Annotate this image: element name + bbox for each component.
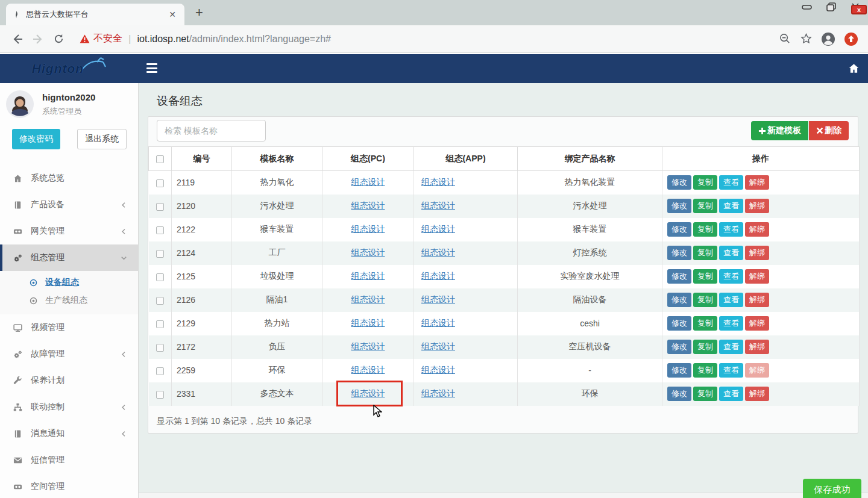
action-查看-button[interactable]: 查看 (719, 387, 743, 401)
zoom-out-icon[interactable] (779, 33, 791, 45)
action-复制-button[interactable]: 复制 (693, 316, 717, 331)
config-app-link[interactable]: 组态设计 (421, 318, 455, 328)
config-pc-link[interactable]: 组态设计 (351, 388, 385, 398)
sidebar-item-系统总览[interactable]: 系统总览 (0, 165, 138, 191)
action-复制-button[interactable]: 复制 (693, 222, 717, 237)
sidebar-item-保养计划[interactable]: 保养计划 (0, 367, 138, 394)
row-checkbox[interactable] (149, 171, 172, 195)
logout-button[interactable]: 退出系统 (77, 129, 127, 149)
config-app-link[interactable]: 组态设计 (421, 271, 455, 281)
select-all-checkbox[interactable] (149, 147, 172, 171)
action-复制-button[interactable]: 复制 (693, 363, 717, 378)
sidebar-item-空间管理[interactable]: 空间管理 (0, 473, 138, 498)
action-查看-button[interactable]: 查看 (719, 340, 743, 354)
home-icon[interactable] (848, 63, 860, 74)
sidebar-item-组态管理[interactable]: 组态管理 (0, 244, 138, 271)
config-pc-link[interactable]: 组态设计 (351, 201, 385, 210)
row-checkbox[interactable] (149, 265, 172, 288)
back-icon[interactable] (7, 29, 28, 49)
action-修改-button[interactable]: 修改 (667, 363, 691, 378)
new-template-button[interactable]: 新建模板 (751, 121, 808, 140)
action-修改-button[interactable]: 修改 (667, 222, 691, 237)
action-修改-button[interactable]: 修改 (667, 246, 691, 260)
config-app-link[interactable]: 组态设计 (421, 294, 455, 304)
action-修改-button[interactable]: 修改 (667, 387, 691, 401)
action-复制-button[interactable]: 复制 (693, 340, 717, 354)
action-解绑-button[interactable]: 解绑 (745, 222, 769, 237)
action-查看-button[interactable]: 查看 (719, 175, 743, 190)
config-pc-link[interactable]: 组态设计 (351, 224, 385, 234)
action-修改-button[interactable]: 修改 (667, 340, 691, 354)
sidebar-item-消息通知[interactable]: 消息通知 (0, 420, 138, 447)
close-button[interactable]: x (848, 1, 863, 13)
config-app-link[interactable]: 组态设计 (421, 201, 455, 210)
row-checkbox[interactable] (149, 335, 172, 359)
sidebar-item-故障管理[interactable]: 故障管理 (0, 341, 138, 367)
url-field[interactable]: 不安全 | iot.idosp.net /admin/index.html?la… (80, 33, 779, 45)
submenu-item-设备组态[interactable]: 设备组态 (0, 273, 138, 291)
config-pc-link[interactable]: 组态设计 (351, 318, 385, 328)
config-pc-link[interactable]: 组态设计 (351, 271, 385, 281)
search-input[interactable] (157, 120, 266, 142)
config-app-link[interactable]: 组态设计 (421, 247, 455, 257)
action-复制-button[interactable]: 复制 (693, 387, 717, 401)
row-checkbox[interactable] (149, 359, 172, 382)
sidebar-item-短信管理[interactable]: 短信管理 (0, 447, 138, 473)
config-pc-link[interactable]: 组态设计 (351, 341, 385, 351)
row-checkbox[interactable] (149, 312, 172, 335)
sidebar-item-联动控制[interactable]: 联动控制 (0, 394, 138, 420)
config-app-link[interactable]: 组态设计 (421, 224, 455, 234)
new-tab-button[interactable]: + (195, 6, 203, 19)
column-header[interactable]: 组态(APP) (414, 147, 518, 171)
sidebar-toggle-icon[interactable] (146, 63, 157, 73)
forward-icon[interactable] (28, 29, 48, 49)
bookmark-star-icon[interactable] (800, 33, 813, 45)
action-修改-button[interactable]: 修改 (667, 269, 691, 284)
column-header[interactable]: 模板名称 (232, 147, 322, 171)
sidebar-item-产品设备[interactable]: 产品设备 (0, 191, 138, 218)
action-查看-button[interactable]: 查看 (719, 269, 743, 284)
action-复制-button[interactable]: 复制 (693, 199, 717, 213)
config-app-link[interactable]: 组态设计 (421, 177, 455, 187)
action-修改-button[interactable]: 修改 (667, 316, 691, 331)
config-app-link[interactable]: 组态设计 (421, 388, 455, 398)
row-checkbox[interactable] (149, 241, 172, 265)
action-解绑-button[interactable]: 解绑 (745, 246, 769, 260)
config-pc-link[interactable]: 组态设计 (351, 247, 385, 257)
security-warning-label[interactable]: 不安全 (93, 33, 122, 45)
action-修改-button[interactable]: 修改 (667, 199, 691, 213)
config-pc-link[interactable]: 组态设计 (351, 365, 385, 375)
row-checkbox[interactable] (149, 195, 172, 218)
column-header[interactable]: 编号 (172, 147, 232, 171)
action-查看-button[interactable]: 查看 (719, 199, 743, 213)
config-pc-link[interactable]: 组态设计 (351, 294, 385, 304)
action-解绑-button[interactable]: 解绑 (745, 269, 769, 284)
action-解绑-button[interactable]: 解绑 (745, 175, 769, 190)
action-复制-button[interactable]: 复制 (693, 269, 717, 284)
minimize-button[interactable] (799, 1, 815, 13)
config-app-link[interactable]: 组态设计 (421, 365, 455, 375)
tab-close-icon[interactable]: ✕ (166, 10, 178, 19)
config-app-link[interactable]: 组态设计 (421, 341, 455, 351)
sidebar-item-视频管理[interactable]: 视频管理 (0, 314, 138, 341)
submenu-item-生产线组态[interactable]: 生产线组态 (0, 291, 138, 310)
config-pc-link[interactable]: 组态设计 (351, 177, 385, 187)
action-解绑-button[interactable]: 解绑 (745, 316, 769, 331)
delete-button[interactable]: 删除 (809, 121, 849, 140)
action-解绑-button[interactable]: 解绑 (745, 363, 769, 378)
action-解绑-button[interactable]: 解绑 (745, 387, 769, 401)
change-password-button[interactable]: 修改密码 (12, 129, 60, 149)
action-查看-button[interactable]: 查看 (719, 316, 743, 331)
action-查看-button[interactable]: 查看 (719, 363, 743, 378)
row-checkbox[interactable] (149, 288, 172, 312)
row-checkbox[interactable] (149, 382, 172, 406)
column-header[interactable]: 组态(PC) (322, 147, 414, 171)
action-复制-button[interactable]: 复制 (693, 175, 717, 190)
sidebar-item-网关管理[interactable]: 网关管理 (0, 218, 138, 244)
maximize-button[interactable] (823, 1, 839, 13)
row-checkbox[interactable] (149, 218, 172, 241)
column-header[interactable]: 操作 (662, 147, 860, 171)
action-查看-button[interactable]: 查看 (719, 246, 743, 260)
action-查看-button[interactable]: 查看 (719, 222, 743, 237)
profile-avatar-icon[interactable] (821, 32, 835, 46)
